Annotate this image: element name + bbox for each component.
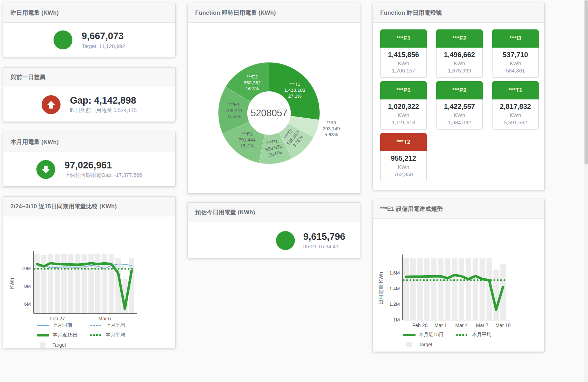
vertical-scrollbar[interactable] bbox=[584, 0, 588, 382]
card-realtime-donut: Function 即時日用電量 (KWh) ***T11,413,18327.1… bbox=[187, 3, 360, 194]
card-e1-trend-chart: ***E1 設備用電達成趨勢 1M1.2M1.4M1.6MFeb 26Mar 1… bbox=[373, 199, 545, 352]
y-tick-label: 1.6M bbox=[389, 270, 400, 276]
panel-header: Function 即時日用電量 (KWh) bbox=[188, 3, 360, 23]
legend-label: 上月同期 bbox=[52, 322, 72, 328]
legend-item[interactable]: Target bbox=[403, 341, 456, 348]
target-bar bbox=[459, 258, 464, 320]
led-grid: ***E11,415,856KWh1,700,157***E21,496,662… bbox=[380, 23, 539, 181]
y-tick-label: 1.2M bbox=[389, 301, 400, 307]
led-tile-value: 2,817,832 bbox=[493, 103, 538, 111]
led-tile-secondary: 584,861 bbox=[493, 68, 538, 74]
led-tile-value: 955,212 bbox=[381, 154, 426, 162]
legend-item[interactable]: 上月同期 bbox=[37, 321, 90, 329]
legend-item[interactable]: 本月平均 bbox=[90, 331, 143, 339]
target-bar bbox=[75, 254, 80, 313]
stat-value: Gap: 4,142,898 bbox=[70, 95, 137, 106]
stat-value: 9,667,073 bbox=[82, 31, 125, 42]
led-tile-header: ***P2 bbox=[436, 81, 483, 99]
led-tile-header: ***P1 bbox=[380, 81, 427, 99]
stat-text: 9,615,796 06-21 15:34:41 bbox=[303, 231, 345, 249]
scrollbar-thumb[interactable] bbox=[585, 0, 588, 165]
legend-label: 本月近15日 bbox=[419, 332, 444, 338]
panel-title[interactable]: Function 即時日用電量 (KWh) bbox=[195, 9, 276, 17]
led-tile-secondary: 1,684,092 bbox=[437, 119, 482, 125]
led-tile-secondary: 1,121,613 bbox=[381, 119, 426, 125]
compare-line-chart: 6M8M10MFeb 27Mar 6KWh bbox=[3, 217, 175, 322]
panel-header: 本月用電量 (KWh) bbox=[3, 132, 175, 152]
arrow-up-icon bbox=[46, 99, 56, 110]
legend-row: Target bbox=[37, 341, 143, 349]
legend-swatch-thick-icon bbox=[37, 334, 49, 336]
led-tile-value: 1,422,557 bbox=[437, 103, 482, 111]
panel-title[interactable]: 預估今日用電量 (KWh) bbox=[195, 209, 255, 216]
panel-title[interactable]: 2/24~3/10 近15日同期用電量比較 (KWh) bbox=[10, 203, 117, 210]
led-tile-body: 1,020,322KWh1,121,613 bbox=[380, 99, 427, 130]
y-tick-label: 6M bbox=[24, 301, 31, 307]
y-tick-label: 1M bbox=[393, 317, 400, 322]
x-tick-label: Feb 27 bbox=[50, 316, 65, 321]
card-compare-chart: 2/24~3/10 近15日同期用電量比較 (KWh) 6M8M10MFeb 2… bbox=[3, 196, 176, 348]
panel-header: 2/24~3/10 近15日同期用電量比較 (KWh) bbox=[3, 197, 175, 216]
arrow-up-circle-icon bbox=[42, 95, 61, 114]
led-tile: ***T12,817,832KWh3,591,562 bbox=[492, 81, 539, 130]
legend-label: Target bbox=[52, 342, 66, 348]
y-tick-label: 1.4M bbox=[389, 286, 400, 291]
led-tile-header: ***E1 bbox=[380, 29, 427, 48]
target-bar bbox=[466, 258, 471, 320]
status-circle-icon bbox=[54, 30, 72, 49]
legend-swatch-line-icon bbox=[37, 325, 49, 326]
x-tick-label: Feb 26 bbox=[412, 322, 428, 328]
led-tile-body: 955,212KWh762,358 bbox=[380, 151, 427, 181]
led-tile-unit: KWh bbox=[493, 60, 538, 66]
panel-title[interactable]: 本月用電量 (KWh) bbox=[10, 138, 59, 146]
led-tile-unit: KWh bbox=[381, 112, 426, 118]
led-tile-header: ***T2 bbox=[380, 133, 427, 151]
legend-label: 本月平均 bbox=[106, 332, 125, 338]
target-bar bbox=[403, 258, 409, 320]
panel-title[interactable]: 與前一日差異 bbox=[10, 74, 45, 81]
legend-label: 上月平均 bbox=[106, 322, 125, 328]
target-bar bbox=[438, 258, 444, 320]
target-bar bbox=[452, 258, 458, 320]
panel-title[interactable]: ***E1 設備用電達成趨勢 bbox=[380, 205, 443, 213]
led-tile-header: ***I3 bbox=[492, 29, 539, 48]
panel-title[interactable]: Function 昨日用電燈號 bbox=[380, 9, 442, 17]
card-today-estimate: 預估今日用電量 (KWh) 9,615,796 06-21 15:34:41 bbox=[187, 202, 360, 258]
led-tile-value: 1,496,662 bbox=[437, 51, 482, 59]
led-tile-header: ***E2 bbox=[436, 29, 483, 48]
led-tile-body: 1,415,856KWh1,700,157 bbox=[380, 48, 427, 78]
legend-label: Target bbox=[419, 342, 432, 347]
led-tile-unit: KWh bbox=[493, 112, 538, 118]
e1-trend-line-chart: 1M1.2M1.4M1.6MFeb 26Mar 1Mar 4Mar 7Mar 1… bbox=[373, 219, 544, 329]
status-circle-icon bbox=[276, 231, 295, 250]
stat-value: 97,026,961 bbox=[65, 160, 142, 171]
legend-item[interactable]: 本月平均 bbox=[456, 331, 509, 339]
stat-subtitle: 昨日與前日用電量 5,524,175 bbox=[70, 107, 137, 114]
legend-item[interactable]: 上月平均 bbox=[90, 321, 143, 329]
target-bar bbox=[41, 255, 46, 313]
legend-item[interactable]: Target bbox=[37, 341, 90, 349]
panel-title[interactable]: 昨日用電量 (KWh) bbox=[10, 9, 59, 17]
energy-dashboard: 昨日用電量 (KWh) 9,667,073 Target: 11,128,992… bbox=[0, 0, 588, 382]
stat-text: 97,026,961 上個月同期用電Gap: -17,377,566 bbox=[65, 160, 142, 179]
x-tick-label: Mar 7 bbox=[476, 322, 489, 328]
card-month-usage: 本月用電量 (KWh) 97,026,961 上個月同期用電Gap: -17,3… bbox=[3, 132, 176, 187]
card-yesterday-usage: 昨日用電量 (KWh) 9,667,073 Target: 11,128,992 bbox=[3, 3, 176, 57]
stat-subtitle: 上個月同期用電Gap: -17,377,566 bbox=[65, 172, 142, 179]
legend-item[interactable]: 本月近15日 bbox=[403, 331, 456, 339]
legend-item[interactable]: 本月近15日 bbox=[37, 331, 90, 339]
stat-body: 9,615,796 06-21 15:34:41 bbox=[188, 223, 360, 258]
target-bar bbox=[61, 254, 66, 313]
led-tile-unit: KWh bbox=[437, 60, 482, 66]
legend-swatch-dot-icon bbox=[456, 334, 469, 336]
trend-chart-legend: 本月近15日本月平均Target bbox=[403, 331, 509, 348]
stat-value: 9,615,796 bbox=[303, 231, 345, 242]
legend-swatch-box-icon bbox=[406, 342, 412, 347]
target-bar bbox=[417, 258, 423, 320]
stat-body: 9,667,073 Target: 11,128,992 bbox=[3, 23, 175, 57]
arrow-down-circle-icon bbox=[36, 160, 55, 179]
stat-subtitle: 06-21 15:34:41 bbox=[303, 243, 345, 249]
target-bar bbox=[424, 258, 430, 320]
legend-swatch-thick-icon bbox=[403, 334, 416, 336]
realtime-donut-chart: ***T11,413,18327.1%***I3293,1495.63%***T… bbox=[188, 23, 360, 194]
